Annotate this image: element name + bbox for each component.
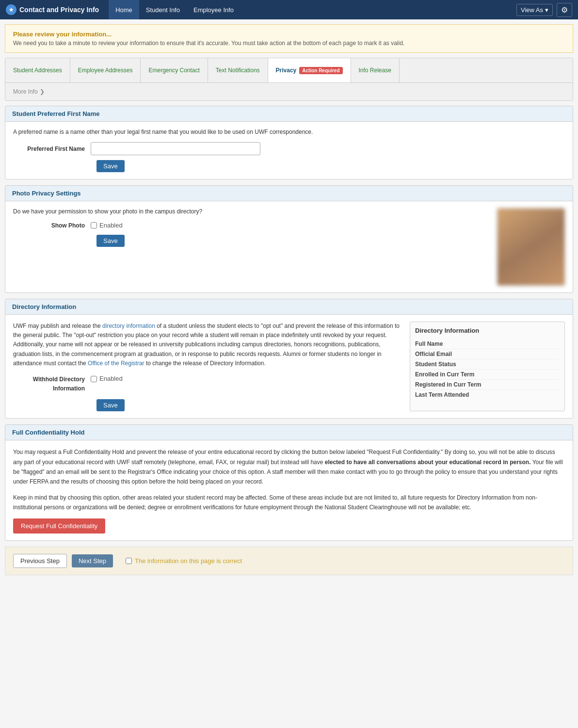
withhold-directory-checkbox[interactable] [91, 376, 97, 382]
correct-info-label: The information on this page is correct [135, 557, 242, 565]
dir-field-official-email: Official Email [415, 349, 560, 359]
dir-field-enrolled-curr-term: Enrolled in Curr Term [415, 370, 560, 380]
alert-title: Please review your information... [13, 31, 565, 38]
withhold-directory-checkbox-row: Enabled [91, 374, 123, 384]
tab-student-addresses[interactable]: Student Addresses [5, 58, 70, 82]
photo-privacy-save-button[interactable]: Save [96, 235, 125, 247]
correct-info-checkbox[interactable] [126, 558, 132, 564]
directory-info-header: Directory Information [5, 299, 573, 315]
dir-field-student-status: Student Status [415, 359, 560, 370]
alert-body: We need you to take a minute to review y… [13, 40, 565, 47]
nav-employee-info[interactable]: Employee Info [187, 0, 241, 19]
confid-paragraph-2: Keep in mind that by choosing this optio… [13, 493, 565, 513]
dir-field-registered-curr-term: Registered in Curr Term [415, 380, 560, 390]
nav-student-info[interactable]: Student Info [139, 0, 187, 19]
full-confidentiality-section: Full Confidentiality Hold You may reques… [5, 424, 573, 540]
show-photo-checkbox[interactable] [91, 222, 97, 228]
view-as-button[interactable]: View As ▾ [516, 4, 553, 16]
chevron-right-icon: ❯ [40, 88, 45, 95]
preferred-name-header: Student Preferred First Name [5, 106, 573, 122]
preferred-name-label: Preferred First Name [13, 146, 91, 152]
nav-home[interactable]: Home [109, 0, 139, 19]
dir-field-full-name: Full Name [415, 339, 560, 349]
settings-button[interactable]: ⚙ [557, 3, 572, 17]
next-step-button[interactable]: Next Step [72, 554, 113, 567]
photo-left-content: Do we have your permission to show your … [13, 208, 487, 247]
show-photo-row: Show Photo Enabled [13, 222, 487, 229]
withhold-directory-row: Withhold Directory Information Enabled [13, 374, 402, 393]
dir-field-last-term-attended: Last Term Attended [415, 390, 560, 400]
action-required-badge: Action Required [299, 67, 342, 74]
preferred-name-section: Student Preferred First Name A preferred… [5, 106, 573, 179]
app-icon: ★ [6, 4, 16, 15]
preferred-name-row: Preferred First Name [13, 142, 565, 155]
right-actions: View As ▾ ⚙ [516, 3, 572, 17]
nav-links: Home Student Info Employee Info [109, 0, 241, 19]
full-confidentiality-header: Full Confidentiality Hold [5, 425, 573, 440]
tab-info-release[interactable]: Info Release [351, 58, 400, 82]
preferred-name-save-button[interactable]: Save [96, 160, 125, 172]
directory-info-section: Directory Information UWF may publish an… [5, 299, 573, 419]
user-photo [497, 208, 565, 286]
request-full-confidentiality-button[interactable]: Request Full Confidentiality [13, 518, 105, 534]
alert-banner: Please review your information... We nee… [5, 24, 573, 53]
directory-info-link[interactable]: directory information [102, 323, 155, 329]
top-navigation: ★ Contact and Privacy Info Home Student … [0, 0, 578, 19]
show-photo-checkbox-row: Enabled [91, 222, 123, 229]
full-confidentiality-body: You may request a Full Confidentiality H… [5, 440, 573, 540]
tab-text-notifications[interactable]: Text Notifications [208, 58, 268, 82]
correct-info-row: The information on this page is correct [126, 557, 242, 565]
preferred-name-input[interactable] [91, 142, 260, 155]
directory-info-body: UWF may publish and release the director… [5, 315, 573, 418]
tabs-container: Student Addresses Employee Addresses Eme… [5, 58, 573, 101]
tabs-row: Student Addresses Employee Addresses Eme… [5, 58, 573, 83]
show-photo-label: Show Photo [13, 222, 91, 229]
more-info-tab[interactable]: More Info ❯ [5, 83, 573, 100]
tab-privacy[interactable]: Privacy Action Required [268, 58, 351, 82]
preferred-name-description: A preferred name is a name other than yo… [13, 129, 565, 135]
photo-privacy-description: Do we have your permission to show your … [13, 208, 487, 215]
chevron-down-icon: ▾ [545, 6, 548, 14]
tab-employee-addresses[interactable]: Employee Addresses [70, 58, 141, 82]
directory-info-table: Directory Information Full Name Official… [410, 322, 565, 411]
previous-step-button[interactable]: Previous Step [13, 554, 67, 568]
photo-privacy-header: Photo Privacy Settings [5, 186, 573, 201]
registrar-link[interactable]: Office of the Registrar [88, 360, 144, 367]
tab-emergency-contact[interactable]: Emergency Contact [141, 58, 208, 82]
withhold-directory-checkbox-label: Enabled [99, 374, 123, 384]
photo-image [498, 208, 564, 286]
app-title-text: Contact and Privacy Info [19, 6, 99, 14]
bottom-bar: Previous Step Next Step The information … [5, 547, 573, 575]
withhold-directory-label: Withhold Directory Information [13, 374, 91, 393]
photo-privacy-section: Photo Privacy Settings Do we have your p… [5, 185, 573, 293]
directory-info-save-button[interactable]: Save [96, 399, 125, 411]
confid-paragraph-1: You may request a Full Confidentiality H… [13, 447, 565, 487]
photo-privacy-body: Do we have your permission to show your … [5, 201, 573, 292]
directory-text-content: UWF may publish and release the director… [13, 322, 402, 411]
show-photo-checkbox-label: Enabled [99, 222, 123, 229]
preferred-name-body: A preferred name is a name other than yo… [5, 122, 573, 179]
app-title: ★ Contact and Privacy Info [6, 4, 99, 15]
directory-paragraph: UWF may publish and release the director… [13, 322, 402, 368]
